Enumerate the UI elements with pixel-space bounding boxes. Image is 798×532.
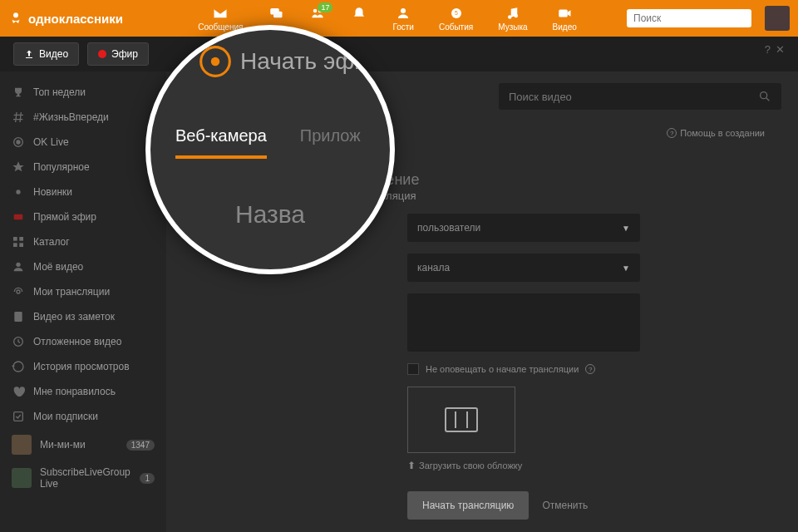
video-search-input[interactable] — [509, 91, 758, 103]
nav-events[interactable]: 5 События — [439, 6, 473, 32]
sidebar-label: Моё видео — [33, 261, 83, 273]
channel-name: Ми-ми-ми — [40, 439, 86, 451]
top-bar: одноклассники Сообщения 17 Гости 5 Событ… — [0, 0, 798, 37]
close-icon[interactable]: ✕ — [776, 43, 785, 56]
sidebar-item-subscriptions[interactable]: Мои подписки — [0, 404, 166, 429]
nav-label: Музыка — [498, 22, 527, 32]
channel-value: канала — [417, 262, 450, 273]
mail-icon — [212, 6, 229, 21]
sidebar-item-catalog[interactable]: Каталог — [0, 229, 166, 254]
live-label: Эфир — [111, 48, 138, 60]
hash-icon — [12, 111, 25, 124]
sidebar-item-history[interactable]: История просмотров — [0, 354, 166, 379]
sidebar-label: Мои трансляции — [33, 286, 110, 298]
sidebar-label: История просмотров — [33, 361, 130, 372]
sidebar-item-oklive[interactable]: OK Live — [0, 130, 166, 155]
question-icon: ? — [667, 128, 677, 138]
nav-friends[interactable]: 17 — [309, 6, 326, 32]
sidebar-item-popular[interactable]: Популярное — [0, 155, 166, 180]
sidebar-channel-subscribe[interactable]: SubscribeLiveGroup Live 1 — [0, 461, 166, 496]
global-search[interactable] — [627, 9, 751, 27]
trophy-icon — [12, 86, 25, 99]
sidebar-label: #ЖизньВпереди — [33, 111, 109, 123]
brand-icon — [8, 11, 23, 26]
heart-icon — [12, 385, 25, 398]
user-avatar[interactable] — [765, 6, 790, 31]
sidebar-label: OK Live — [33, 136, 69, 148]
channel-select[interactable]: канала ▼ — [407, 254, 640, 282]
upload-label: Видео — [39, 48, 68, 60]
global-search-input[interactable] — [633, 12, 758, 24]
main-layout: Топ недели #ЖизньВпереди OK Live Популяр… — [0, 71, 798, 532]
star-icon — [12, 160, 25, 174]
upload-cover-link[interactable]: ⬆ Загрузить свою обложку — [407, 460, 748, 471]
sidebar-item-my-video[interactable]: Моё видео — [0, 254, 166, 279]
sidebar-item-live[interactable]: Прямой эфир — [0, 204, 166, 229]
help-link[interactable]: ? Помощь в создании — [667, 128, 765, 138]
question-icon[interactable]: ? — [585, 364, 595, 374]
svg-point-0 — [13, 12, 18, 17]
sidebar-item-hashtag[interactable]: #ЖизньВпереди — [0, 105, 166, 130]
video-search[interactable] — [499, 83, 781, 110]
go-live-button[interactable]: Эфир — [87, 42, 149, 66]
sidebar-item-my-streams[interactable]: Мои трансляции — [0, 279, 166, 304]
svg-point-20 — [16, 263, 20, 267]
sidebar-label: Мне понравилось — [33, 386, 116, 397]
guests-icon — [395, 6, 411, 21]
cancel-button[interactable]: Отменить — [542, 500, 588, 511]
svg-point-9 — [514, 13, 518, 17]
channel-name: SubscribeLiveGroup Live — [40, 466, 131, 490]
nav-notifications[interactable] — [351, 6, 367, 32]
svg-rect-19 — [19, 243, 23, 247]
person-icon — [12, 260, 25, 273]
nav-label: Видео — [553, 22, 577, 32]
audience-select[interactable]: пользователи ▼ — [407, 214, 640, 242]
upload-arrow-icon: ⬆ — [407, 460, 416, 471]
chevron-down-icon: ▼ — [622, 264, 630, 273]
video-toolbar: Видео Эфир — [0, 37, 798, 71]
sidebar-label: Новинки — [33, 186, 72, 198]
channel-count: 1 — [140, 473, 155, 484]
nav-guests[interactable]: Гости — [392, 6, 413, 32]
sidebar-item-notes-video[interactable]: Видео из заметок — [0, 304, 166, 329]
help-text: Помощь в создании — [680, 128, 765, 138]
discuss-icon — [268, 6, 284, 21]
svg-rect-18 — [13, 243, 17, 247]
search-icon — [758, 90, 771, 103]
sidebar-label: Топ недели — [33, 86, 86, 98]
notify-label: Не оповещать о начале трансляции — [426, 364, 579, 374]
sidebar-item-new[interactable]: Новинки — [0, 180, 166, 204]
svg-point-25 — [761, 92, 767, 99]
nav-music[interactable]: Музыка — [498, 6, 527, 32]
lens-tabs: Веб-камера Прилож — [150, 76, 390, 167]
cover-placeholder[interactable] — [407, 387, 515, 453]
history-icon — [12, 360, 25, 373]
nav-video[interactable]: Видео — [553, 6, 577, 32]
sidebar-item-liked[interactable]: Мне понравилось — [0, 379, 166, 404]
description-textarea[interactable] — [407, 293, 640, 352]
channel-thumb — [12, 435, 32, 455]
sidebar-label: Отложенное видео — [33, 336, 121, 347]
brand[interactable]: одноклассники — [8, 11, 123, 26]
grid-icon — [12, 235, 25, 249]
svg-point-5 — [401, 8, 406, 13]
note-icon — [12, 310, 25, 323]
upload-video-button[interactable]: Видео — [13, 42, 79, 66]
svg-rect-2 — [273, 11, 283, 17]
help-icon[interactable]: ? — [765, 43, 771, 56]
sidebar-item-top-week[interactable]: Топ недели — [0, 80, 166, 105]
check-icon — [12, 410, 25, 423]
nav-messages[interactable]: Сообщения — [198, 6, 243, 32]
sidebar-item-deferred[interactable]: Отложенное видео — [0, 329, 166, 354]
svg-point-8 — [508, 15, 512, 19]
music-icon — [505, 6, 521, 21]
start-stream-button[interactable]: Начать трансляцию — [407, 491, 529, 520]
sidebar-channel-mimimi[interactable]: Ми-ми-ми 1347 — [0, 429, 166, 461]
live-icon — [12, 210, 25, 224]
zoom-lens: Начать эфир Веб-камера Прилож Назва — [145, 25, 395, 274]
chevron-down-icon: ▼ — [622, 224, 630, 233]
sidebar-label: Популярное — [33, 161, 90, 173]
notify-checkbox[interactable] — [407, 363, 419, 375]
sidebar: Топ недели #ЖизньВпереди OK Live Популяр… — [0, 71, 166, 532]
sidebar-label: Мои подписки — [33, 411, 98, 422]
